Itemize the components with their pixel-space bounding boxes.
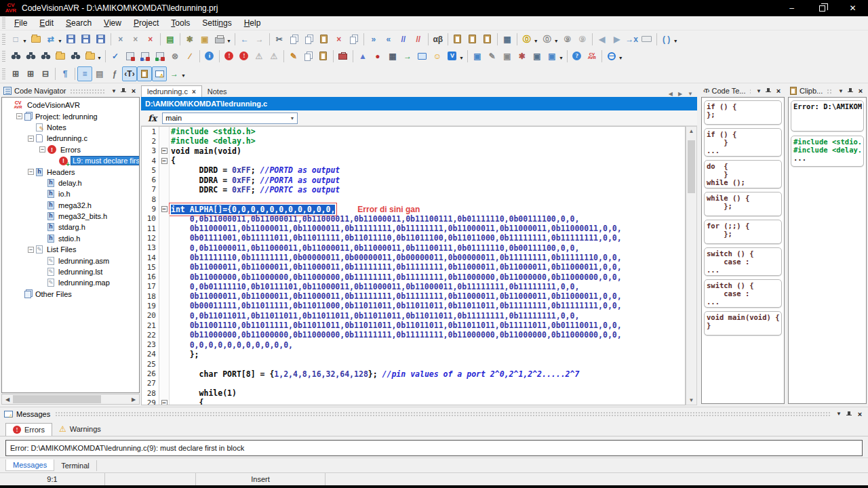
indent-button[interactable]: »: [366, 32, 381, 47]
bottom-tab-terminal[interactable]: Terminal: [54, 460, 97, 471]
save-as-button[interactable]: [79, 32, 94, 47]
editor-settings-button[interactable]: ✎: [485, 49, 500, 64]
code-template-item[interactable]: do { } while ();: [704, 160, 782, 188]
paste-button[interactable]: [317, 32, 332, 47]
minimize-button[interactable]: –: [776, 0, 807, 16]
menu-tools[interactable]: Tools: [165, 17, 196, 29]
function-selector[interactable]: main ▼: [162, 113, 298, 124]
tab-scroll-right-icon[interactable]: ▶: [678, 91, 682, 97]
debugger-button[interactable]: ●: [370, 49, 385, 64]
save-button[interactable]: [64, 32, 79, 47]
tab-list-icon[interactable]: ▼: [688, 91, 693, 97]
menu-search[interactable]: Search: [60, 17, 98, 29]
code-template-item[interactable]: for (;;) { };: [704, 220, 782, 244]
code-information-button[interactable]: ▤: [92, 66, 107, 81]
chip-programmer-button[interactable]: ▦: [385, 49, 400, 64]
tab-notes[interactable]: Notes: [202, 86, 233, 97]
keyboard-button[interactable]: [639, 32, 654, 47]
tree-item-io-h[interactable]: io.h: [2, 188, 139, 199]
replace-in-files-button[interactable]: [83, 49, 98, 64]
tree-item-stdarg-h[interactable]: stdarg.h: [2, 222, 139, 232]
scroll-right-icon[interactable]: ▶: [128, 396, 139, 403]
print-preview-button[interactable]: ▣: [197, 32, 212, 47]
dropdown-caret-icon[interactable]: ▼: [459, 56, 464, 60]
fold-toggle-icon[interactable]: −: [161, 206, 167, 212]
terminal-settings-button[interactable]: ▣: [530, 49, 545, 64]
code-library-button[interactable]: ▤: [163, 32, 178, 47]
build-all-button[interactable]: [153, 49, 167, 64]
toggle-bookmark-button[interactable]: ⓪: [519, 32, 534, 47]
show-formatting-button[interactable]: ¶: [58, 66, 73, 81]
save-all-button[interactable]: [94, 32, 108, 47]
messages-close-icon[interactable]: ×: [856, 410, 864, 418]
dropdown-caret-icon[interactable]: ▼: [618, 56, 623, 60]
prev-warning-button[interactable]: ⚠: [267, 49, 281, 64]
expand-block-button[interactable]: ⊞: [8, 66, 23, 81]
goto-bookmark-button[interactable]: ⓪: [540, 32, 555, 47]
toggle-case-button[interactable]: αβ: [431, 32, 446, 47]
check-syntax-button[interactable]: ✓: [108, 49, 123, 64]
tree-expander-icon[interactable]: −: [28, 136, 34, 142]
scroll-up-icon[interactable]: ▲: [686, 128, 696, 134]
v-tool-button[interactable]: [445, 49, 460, 64]
tree-item-ledrunning-map[interactable]: ledrunning.map: [2, 277, 139, 288]
navigator-dropdown-icon[interactable]: ▼: [110, 88, 118, 94]
navigator-horizontal-scrollbar[interactable]: ◀ ▶: [1, 394, 140, 405]
restore-button[interactable]: [807, 0, 837, 16]
code-template-item[interactable]: switch () { case : ...: [704, 247, 782, 276]
error-message[interactable]: Error: D:\AMIKOM\KOMDAT\ledrunning.c(9):…: [5, 440, 863, 456]
tree-item-ledrunning-c[interactable]: −ledrunning.c: [2, 133, 139, 144]
toolbar-grip[interactable]: [2, 51, 5, 62]
tree-item-codevisionavr[interactable]: CodeVisionAVR: [2, 100, 139, 110]
menu-project[interactable]: Project: [127, 17, 165, 29]
match-brace-select-button[interactable]: [465, 32, 480, 47]
fold-toggle-icon[interactable]: −: [161, 148, 167, 154]
tree-item-ledrunning-asm[interactable]: ledrunning.asm: [2, 255, 139, 266]
toolbox-button[interactable]: [336, 49, 351, 64]
tree-item-ledrunning-lst[interactable]: ledrunning.lst: [2, 266, 139, 277]
clean-button[interactable]: ∕: [182, 49, 197, 64]
code-template-item[interactable]: switch () { case : ...: [704, 279, 782, 308]
dropdown-caret-icon[interactable]: ▼: [226, 39, 231, 43]
code-template-item[interactable]: void main(void) { }: [704, 311, 782, 336]
tree-item-errors[interactable]: −Errors: [2, 144, 139, 155]
editor-vertical-scrollbar[interactable]: ▲ ▼: [686, 126, 697, 405]
matching-brackets-button[interactable]: ( ): [659, 32, 674, 47]
copy-project-button[interactable]: [301, 49, 316, 64]
next-warning-button[interactable]: ⚠: [252, 49, 267, 64]
dropdown-caret-icon[interactable]: ▼: [58, 39, 62, 43]
dropdown-caret-icon[interactable]: ▼: [673, 39, 678, 43]
function-calls-button[interactable]: ƒ: [107, 66, 122, 81]
tree-expander-icon[interactable]: −: [28, 169, 34, 175]
menu-file[interactable]: File: [8, 17, 33, 29]
select-all-button[interactable]: [347, 32, 361, 47]
chip-wizard-button[interactable]: ▲: [355, 49, 370, 64]
about-button[interactable]: [585, 49, 599, 64]
find-file-button[interactable]: ✱: [182, 32, 197, 47]
scrollbar-thumb[interactable]: [688, 140, 695, 193]
find-prev-button[interactable]: [38, 49, 53, 64]
find-next-button[interactable]: [23, 49, 38, 64]
open-file-button[interactable]: [28, 32, 43, 47]
code-editor[interactable]: 1#include <stdio.h>2#include <delay.h>3−…: [141, 126, 686, 405]
uncomment-button[interactable]: //: [411, 32, 426, 47]
fold-toggle-icon[interactable]: −: [161, 158, 167, 164]
compile-button[interactable]: [123, 49, 138, 64]
scrollbar-thumb[interactable]: [13, 395, 101, 403]
verify-project-button[interactable]: [316, 49, 331, 64]
general-settings-button[interactable]: ▣: [545, 49, 559, 64]
tab-ledrunning-c[interactable]: ledrunning.c×: [141, 85, 202, 97]
find-in-files-button[interactable]: [53, 49, 68, 64]
dropdown-caret-icon[interactable]: ▼: [22, 39, 27, 43]
clear-bookmarks-button[interactable]: ⑨: [575, 32, 590, 47]
code-templates-toggle[interactable]: ‹T›: [122, 66, 137, 81]
list-bookmarks-button[interactable]: ⑨: [560, 32, 575, 47]
cut-button[interactable]: ✂: [272, 32, 287, 47]
tree-item-project-ledrunning[interactable]: −Project: ledrunning: [2, 110, 139, 121]
scroll-down-icon[interactable]: ▼: [686, 397, 696, 403]
close-project-button[interactable]: ×: [143, 32, 158, 47]
programmer-settings-button[interactable]: ✱: [515, 49, 530, 64]
stop-compile-button[interactable]: ⊗: [167, 49, 182, 64]
ide-settings-button[interactable]: ▣: [470, 49, 485, 64]
clipboard-item[interactable]: Error: D:\AMIKOM: [791, 100, 864, 131]
